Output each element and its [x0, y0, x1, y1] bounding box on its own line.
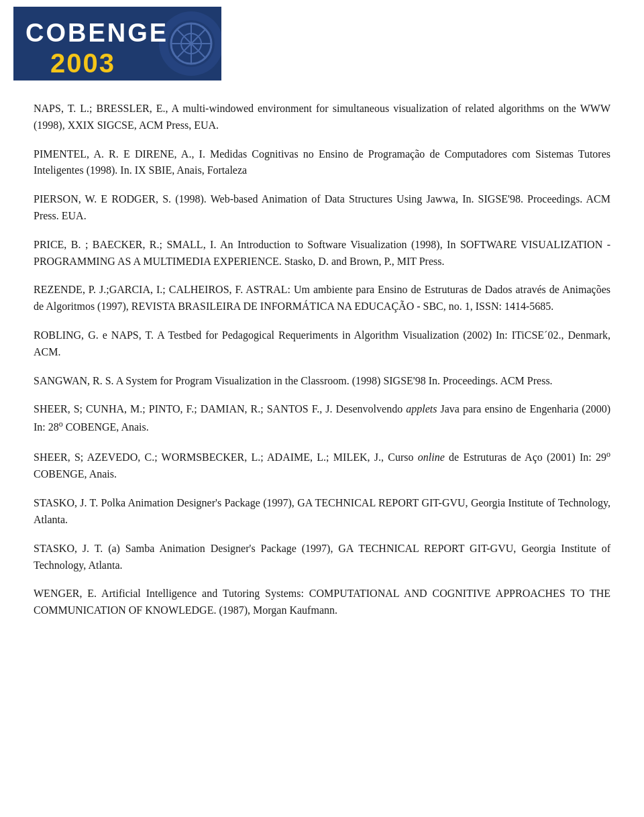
reference-wenger-text: WENGER, E. Artificial Intelligence and T… — [34, 586, 610, 619]
reference-stasko1: STASKO, J. T. Polka Animation Designer's… — [34, 495, 610, 529]
reference-stasko2: STASKO, J. T. (a) Samba Animation Design… — [34, 541, 610, 574]
reference-sheer1-text: SHEER, S; CUNHA, M.; PINTO, F.; DAMIAN, … — [34, 401, 610, 436]
reference-sheer2-text: SHEER, S; AZEVEDO, C.; WORMSBECKER, L.; … — [34, 448, 610, 483]
reference-robling-text: ROBLING, G. e NAPS, T. A Testbed for Ped… — [34, 327, 610, 361]
reference-sheer1: SHEER, S; CUNHA, M.; PINTO, F.; DAMIAN, … — [34, 401, 610, 436]
svg-text:2003: 2003 — [50, 48, 115, 78]
reference-rezende: REZENDE, P. J.;GARCIA, I.; CALHEIROS, F.… — [34, 282, 610, 315]
reference-wenger: WENGER, E. Artificial Intelligence and T… — [34, 586, 610, 619]
reference-stasko2-text: STASKO, J. T. (a) Samba Animation Design… — [34, 541, 610, 574]
reference-sheer2: SHEER, S; AZEVEDO, C.; WORMSBECKER, L.; … — [34, 448, 610, 483]
reference-rezende-text: REZENDE, P. J.;GARCIA, I.; CALHEIROS, F.… — [34, 282, 610, 315]
reference-pierson: PIERSON, W. E RODGER, S. (1998). Web-bas… — [34, 191, 610, 225]
super-o2: o — [606, 449, 610, 459]
italic-online: online — [418, 452, 445, 464]
header: COBENGE 2003 — [0, 0, 644, 87]
reference-sangwan: SANGWAN, R. S. A System for Program Visu… — [34, 373, 610, 390]
content: NAPS, T. L.; BRESSLER, E., A multi-windo… — [0, 87, 644, 651]
super-o1: o — [59, 419, 63, 429]
reference-naps-text: NAPS, T. L.; BRESSLER, E., A multi-windo… — [34, 101, 610, 134]
reference-pimentel: PIMENTEL, A. R. E DIRENE, A., I. Medidas… — [34, 146, 610, 180]
reference-pierson-text: PIERSON, W. E RODGER, S. (1998). Web-bas… — [34, 191, 610, 225]
reference-sangwan-text: SANGWAN, R. S. A System for Program Visu… — [34, 373, 610, 390]
reference-price-text: PRICE, B. ; BAECKER, R.; SMALL, I. An In… — [34, 237, 610, 270]
reference-stasko1-text: STASKO, J. T. Polka Animation Designer's… — [34, 495, 610, 529]
svg-text:COBENGE: COBENGE — [25, 19, 168, 47]
logo-svg: COBENGE 2003 — [13, 7, 221, 80]
reference-naps: NAPS, T. L.; BRESSLER, E., A multi-windo… — [34, 101, 610, 134]
reference-price: PRICE, B. ; BAECKER, R.; SMALL, I. An In… — [34, 237, 610, 270]
reference-pimentel-text: PIMENTEL, A. R. E DIRENE, A., I. Medidas… — [34, 146, 610, 180]
page: COBENGE 2003 NAPS, T. L.; BRESSLER, E., … — [0, 0, 644, 817]
logo-container: COBENGE 2003 — [13, 7, 221, 80]
italic-applets: applets — [406, 403, 437, 415]
reference-robling: ROBLING, G. e NAPS, T. A Testbed for Ped… — [34, 327, 610, 361]
